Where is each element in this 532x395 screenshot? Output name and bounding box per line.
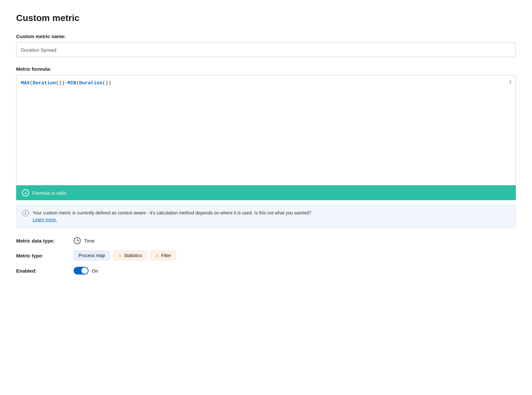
info-message-text: Your custom metric is currently defined … bbox=[33, 210, 311, 215]
toggle-thumb bbox=[81, 267, 88, 274]
metric-type-row: Metric type: Process map ⚠ Statistics ⚠ … bbox=[16, 251, 516, 260]
formula-open-paren1: ( bbox=[30, 80, 33, 86]
info-box: Your custom metric is currently defined … bbox=[16, 205, 516, 228]
metric-data-type-text: Time bbox=[84, 238, 95, 244]
formula-open-paren2: ( bbox=[76, 80, 79, 86]
enabled-label: Enabled: bbox=[16, 268, 68, 274]
warning-icon-filter: ⚠ bbox=[155, 253, 159, 258]
badge-statistics[interactable]: ⚠ Statistics bbox=[113, 251, 147, 260]
metric-data-type-label: Metric data type: bbox=[16, 238, 68, 244]
page-title: Custom metric bbox=[16, 13, 516, 23]
formula-close2: ()) bbox=[102, 80, 111, 86]
formula-label: Metric formula: bbox=[16, 66, 516, 72]
formula-valid-text: Formula is valid bbox=[32, 190, 66, 196]
enabled-state-label: On bbox=[92, 268, 98, 274]
badge-process-map-text: Process map bbox=[78, 253, 105, 258]
formula-max-keyword: MAX bbox=[21, 80, 30, 86]
metric-name-label: Custom metric name: bbox=[16, 34, 516, 39]
enabled-toggle-wrapper: On bbox=[74, 267, 98, 275]
enabled-toggle[interactable] bbox=[74, 267, 89, 275]
info-text: Your custom metric is currently defined … bbox=[33, 210, 311, 223]
metric-type-label: Metric type: bbox=[16, 253, 68, 258]
learn-more-link[interactable]: Learn more. bbox=[33, 217, 57, 222]
warning-icon-statistics: ⚠ bbox=[118, 253, 122, 258]
metric-data-type-value: Time bbox=[74, 237, 95, 244]
formula-resize-handle[interactable]: ⇕ bbox=[508, 79, 512, 85]
metric-name-section: Custom metric name: bbox=[16, 34, 516, 57]
formula-close1: ())- bbox=[56, 80, 68, 86]
formula-content-area[interactable]: MAX(Duration())-MIN(Duration()) bbox=[16, 75, 516, 185]
badge-filter-text: Filter bbox=[161, 253, 171, 258]
info-icon bbox=[22, 210, 29, 216]
enabled-row: Enabled: On bbox=[16, 267, 516, 275]
formula-min-keyword: MIN bbox=[68, 80, 76, 86]
formula-duration1-keyword: Duration bbox=[33, 80, 56, 86]
formula-valid-bar: Formula is valid bbox=[16, 185, 516, 200]
formula-section: Metric formula: MAX(Duration())-MIN(Dura… bbox=[16, 66, 516, 228]
metric-data-type-row: Metric data type: Time bbox=[16, 237, 516, 244]
formula-valid-icon bbox=[22, 189, 29, 196]
badge-process-map[interactable]: Process map bbox=[74, 251, 110, 260]
badge-statistics-text: Statistics bbox=[124, 253, 142, 258]
formula-editor: MAX(Duration())-MIN(Duration()) ⇕ bbox=[16, 75, 516, 185]
badge-filter[interactable]: ⚠ Filter bbox=[150, 251, 176, 260]
metric-name-input[interactable] bbox=[16, 42, 516, 57]
clock-icon bbox=[74, 237, 81, 244]
formula-duration2-keyword: Duration bbox=[79, 80, 102, 86]
metric-type-badges: Process map ⚠ Statistics ⚠ Filter bbox=[74, 251, 176, 260]
